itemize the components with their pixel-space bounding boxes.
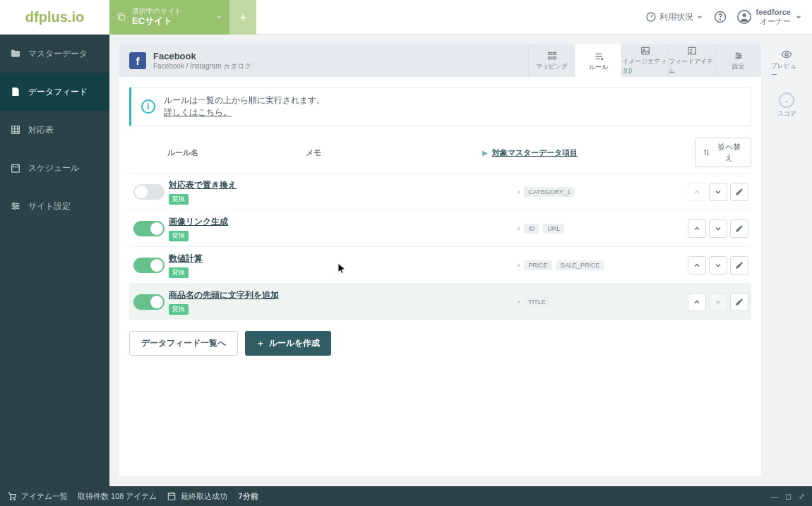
user-icon	[737, 10, 751, 24]
column-target[interactable]: ▶ 対象マスターデータ項目	[482, 147, 695, 158]
svg-rect-6	[12, 126, 20, 134]
sidebar-item-masterdata[interactable]: マスターデータ	[0, 35, 109, 73]
svg-point-16	[643, 49, 645, 51]
score-widget[interactable]: - スコア	[777, 92, 796, 119]
move-up-button[interactable]	[688, 256, 706, 275]
move-up-button[interactable]	[688, 219, 706, 238]
sidebar-item-mapping[interactable]: 対応表	[0, 111, 109, 149]
gauge-icon	[645, 11, 657, 23]
svg-rect-14	[553, 56, 556, 59]
preview-button[interactable]: プレビュー	[771, 49, 802, 80]
calendar-icon	[10, 162, 21, 174]
feed-title: Facebook	[153, 51, 252, 61]
svg-rect-24	[169, 493, 175, 500]
site-name: ECサイト	[132, 16, 210, 28]
tab-image-editor[interactable]: イメージエディタβ	[621, 44, 668, 77]
rule-row: 商品名の先頭に文字列を追加変換›TITLE	[129, 283, 751, 320]
info-icon: i	[141, 100, 155, 114]
status-items[interactable]: アイテム一覧	[7, 491, 68, 502]
chevron-down-icon	[696, 13, 703, 20]
mapping-icon	[547, 51, 558, 61]
chevron-down-icon	[795, 13, 802, 20]
status-count: 取得件数 108 アイテム	[78, 491, 157, 502]
minimize-icon[interactable]: —	[770, 492, 778, 501]
rule-row: 画像リンク生成変換›IDURL	[129, 210, 751, 246]
chevron-right-icon[interactable]: ›	[518, 298, 520, 306]
expand-icon[interactable]: ⤢	[799, 492, 805, 501]
tab-rules[interactable]: ルール	[575, 44, 621, 77]
svg-point-8	[13, 203, 15, 205]
column-rule-name: ルール名	[129, 147, 306, 158]
move-down-button	[709, 293, 727, 311]
rules-list: 対応表で置き換え変換›CATEGORY_1画像リンク生成変換›IDURL数値計算…	[129, 173, 751, 320]
sliders-icon	[10, 200, 21, 212]
account-menu[interactable]: feedforce オーナー	[737, 8, 802, 26]
score-value: -	[779, 92, 794, 108]
tab-mapping[interactable]: マッピング	[528, 44, 575, 77]
sidebar-item-label: マスターデータ	[28, 48, 88, 60]
chevron-right-icon[interactable]: ›	[518, 261, 520, 269]
move-down-button[interactable]	[709, 219, 727, 238]
sidebar-item-label: サイト設定	[28, 200, 71, 212]
tab-label: マッピング	[536, 62, 568, 71]
column-target-label: 対象マスターデータ項目	[492, 147, 578, 158]
edit-button[interactable]	[730, 256, 748, 275]
feed-header: f Facebook Facebook / Instagram カタログ マッピ…	[119, 44, 761, 77]
rule-toggle[interactable]	[133, 184, 165, 200]
move-up-button[interactable]	[688, 293, 706, 311]
back-to-feed-list-button[interactable]: データフィード一覧へ	[129, 331, 238, 356]
site-selector[interactable]: 選択中のサイト ECサイト	[109, 0, 229, 35]
create-rule-button[interactable]: ＋ ルールを作成	[245, 331, 331, 356]
edit-button[interactable]	[730, 183, 748, 201]
edit-button[interactable]	[730, 219, 748, 238]
logo[interactable]: dfplus.io	[0, 0, 109, 35]
move-down-button[interactable]	[709, 256, 727, 275]
rules-panel: i ルールは一覧の上から順に実行されます。 詳しくはこちら。 ルール名 メモ ▶…	[119, 77, 761, 476]
status-last-fetch: 最終取込成功 7分前	[167, 491, 258, 502]
beta-badge: β	[628, 67, 633, 74]
rule-type-tag: 変換	[169, 194, 189, 205]
window-icon[interactable]: ◻	[785, 492, 792, 501]
svg-point-22	[10, 499, 11, 500]
rule-name-link[interactable]: 対応表で置き換え	[169, 179, 341, 191]
add-site-button[interactable]: ＋	[229, 0, 256, 35]
image-icon	[640, 46, 651, 56]
rule-type-tag: 変換	[169, 267, 189, 278]
rule-row: 数値計算変換›PRICESALE_PRICE	[129, 246, 751, 283]
eye-icon	[779, 49, 794, 60]
target-chip: TITLE	[524, 297, 550, 307]
site-label: 選択中のサイト	[132, 6, 210, 16]
rule-type-tag: 変換	[169, 304, 189, 315]
rule-toggle[interactable]	[133, 221, 165, 236]
sort-button[interactable]: 並べ替え	[695, 138, 751, 167]
banner-link[interactable]: 詳しくはこちら。	[164, 107, 232, 117]
svg-rect-11	[548, 52, 551, 54]
sidebar-item-schedule[interactable]: スケジュール	[0, 149, 109, 187]
sidebar-item-label: 対応表	[28, 124, 54, 136]
rule-toggle[interactable]	[133, 294, 165, 310]
tab-settings[interactable]: 設定	[715, 44, 761, 77]
svg-rect-17	[688, 47, 695, 54]
usage-link[interactable]: 利用状況	[645, 11, 703, 23]
target-chip: PRICE	[524, 260, 552, 270]
rule-name-link[interactable]: 数値計算	[169, 253, 341, 265]
help-button[interactable]	[713, 10, 727, 24]
tab-feed-items[interactable]: フィードアイテム	[668, 44, 715, 77]
rule-name-link[interactable]: 商品名の先頭に文字列を追加	[169, 289, 341, 301]
rules-icon	[593, 52, 604, 61]
chevron-right-icon[interactable]: ›	[518, 188, 520, 195]
chevron-right-icon[interactable]: ›	[518, 224, 520, 232]
sidebar-item-label: データフィード	[28, 86, 88, 98]
svg-rect-7	[12, 164, 20, 172]
move-down-button[interactable]	[709, 183, 727, 201]
tab-label: フィードアイテム	[669, 57, 715, 76]
sort-icon	[703, 148, 710, 157]
sidebar-item-datafeed[interactable]: データフィード	[0, 73, 109, 111]
rule-toggle[interactable]	[133, 258, 165, 273]
move-up-button	[688, 183, 706, 201]
edit-button[interactable]	[730, 293, 748, 311]
rule-name-link[interactable]: 画像リンク生成	[169, 216, 341, 228]
svg-point-9	[16, 205, 18, 207]
account-org: feedforce	[756, 8, 791, 17]
sidebar-item-settings[interactable]: サイト設定	[0, 187, 109, 225]
